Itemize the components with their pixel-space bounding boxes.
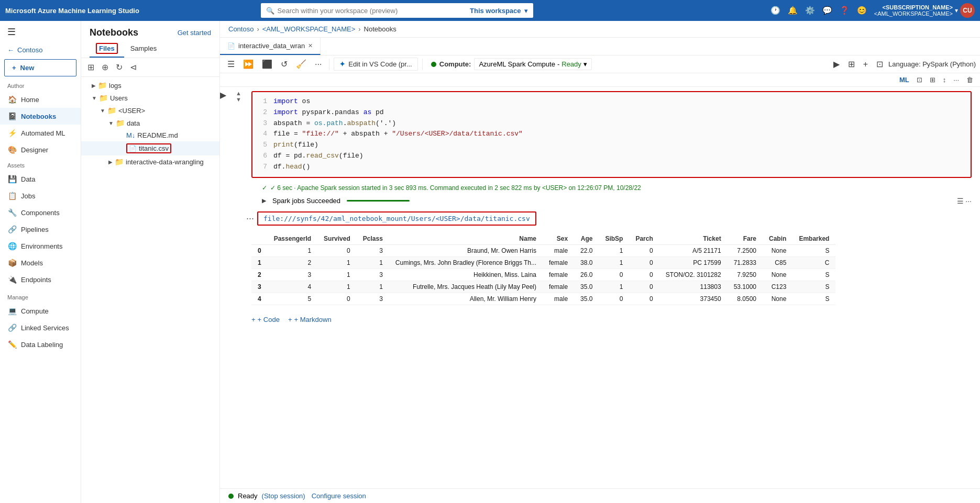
readme-icon: M↓ (126, 131, 135, 139)
cell-play-btn[interactable]: ▶ (220, 90, 226, 100)
code-cell: ▶ ▲ ▼ 1 import os (220, 87, 980, 309)
sidebar-item-environments[interactable]: 🌐 Environments (0, 238, 81, 254)
configure-session-link[interactable]: Configure session (312, 492, 366, 500)
avatar[interactable]: CU (960, 3, 975, 18)
tree-item-interactive-data[interactable]: ▶ 📁 interactive-data-wrangling (81, 155, 219, 168)
logs-chevron: ▶ (92, 83, 96, 88)
get-started-link[interactable]: Get started (178, 29, 211, 37)
toolbar-restart-btn[interactable]: ↺ (278, 58, 291, 71)
toolbar-menu-btn[interactable]: ☰ (224, 58, 238, 71)
emoji-icon[interactable]: 😊 (857, 6, 867, 15)
sidebar-item-automated-ml[interactable]: ⚡ Automated ML (0, 125, 81, 141)
cell-action-1[interactable]: ⊡ (914, 75, 925, 85)
down-arrow[interactable]: ▼ (236, 96, 241, 103)
interactive-label: interactive-data-wrangling (126, 158, 204, 166)
add-markdown-btn[interactable]: + + Markdown (288, 316, 332, 323)
th-pclass: Pclass (357, 233, 389, 245)
sidebar-item-data[interactable]: 💾 Data (0, 171, 81, 187)
cell-action-2[interactable]: ⊞ (927, 75, 938, 85)
table-cell: C85 (763, 256, 792, 269)
data-chevron: ▼ (108, 120, 114, 126)
sidebar-item-notebooks[interactable]: 📓 Notebooks (0, 108, 81, 125)
edit-vscode-label: Edit in VS Code (pr... (348, 60, 412, 68)
copy-cell-btn[interactable]: ⊡ (873, 58, 886, 71)
bell-icon[interactable]: 🔔 (788, 6, 798, 15)
tree-item-titanic-csv[interactable]: 📄 titanic.csv (81, 141, 219, 155)
spark-more-btn[interactable]: ☰ ··· (957, 197, 972, 205)
table-cell: 53.1000 (728, 281, 763, 293)
collapse-btn[interactable]: ⊲ (128, 61, 139, 73)
toolbar-clear-btn[interactable]: 🧹 (293, 58, 310, 71)
upload-btn[interactable]: ⊕ (100, 61, 111, 73)
notebook-tab-interactive[interactable]: 📄 interactive_data_wran ✕ (220, 38, 321, 55)
jobs-icon: 📋 (7, 192, 17, 200)
tab-close-btn[interactable]: ✕ (308, 42, 313, 49)
workspace-dropdown-icon[interactable]: ▾ (524, 7, 528, 15)
spark-ellipsis-btn[interactable]: ··· (965, 197, 972, 205)
run-btn[interactable]: ▶ (830, 58, 843, 71)
cell-delete-btn[interactable]: 🗑 (964, 75, 976, 85)
cell-action-3[interactable]: ↕ (940, 75, 949, 85)
toolbar-sep-2 (422, 59, 423, 70)
code-text-2: import pyspark.pandas as pd (273, 107, 384, 118)
up-arrow[interactable]: ▲ (236, 90, 241, 96)
table-cell: 5 (268, 293, 317, 305)
search-input[interactable] (278, 7, 467, 15)
sidebar-contoso[interactable]: ← Contoso (0, 43, 81, 57)
toolbar-run-all-btn[interactable]: ⏩ (240, 58, 257, 71)
breadcrumb-workspace[interactable]: <AML_WORKSPACE_NAME> (262, 25, 355, 33)
sidebar-item-jobs[interactable]: 📋 Jobs (0, 187, 81, 204)
sidebar-item-pipelines[interactable]: 🔗 Pipelines (0, 221, 81, 238)
toolbar-stop-btn[interactable]: ⬛ (259, 58, 276, 71)
add-cell-above-btn[interactable]: + (860, 58, 871, 71)
status-ready-label: Ready (238, 492, 258, 500)
table-cell: 1 (317, 269, 357, 281)
add-code-btn[interactable]: + + Code (251, 316, 280, 323)
new-folder-btn[interactable]: ⊞ (85, 61, 96, 73)
sidebar-item-linked-services[interactable]: 🔗 Linked Services (0, 319, 81, 336)
table-cell: 7.9250 (728, 269, 763, 281)
table-cell: 0 (599, 269, 629, 281)
sidebar-item-designer[interactable]: 🎨 Designer (0, 141, 81, 158)
sidebar-item-endpoints[interactable]: 🔌 Endpoints (0, 271, 81, 288)
tree-item-logs[interactable]: ▶ 📁 logs (81, 79, 219, 92)
tree-item-readme[interactable]: M↓ README.md (81, 129, 219, 141)
toolbar-more-btn[interactable]: ··· (312, 58, 325, 71)
account-info[interactable]: <SUBSCRIPTION_NAME> <AML_WORKSPACE_NAME>… (874, 3, 975, 18)
spark-chevron-icon[interactable]: ▶ (262, 197, 266, 204)
data-icon: 💾 (7, 175, 17, 183)
breadcrumb-contoso[interactable]: Contoso (228, 25, 254, 33)
settings-icon[interactable]: ⚙️ (805, 6, 815, 15)
stop-session-link[interactable]: (Stop session) (262, 492, 305, 500)
spark-list-btn[interactable]: ☰ (957, 197, 964, 205)
refresh-btn[interactable]: ↻ (114, 61, 125, 73)
table-cell: S (792, 269, 835, 281)
sidebar-item-home[interactable]: 🏠 Home (0, 91, 81, 108)
compute-dropdown[interactable]: AzureML Spark Compute - Ready ▾ (474, 58, 591, 70)
cell-more-dots[interactable]: ··· (246, 213, 254, 224)
sidebar-item-compute[interactable]: 💻 Compute (0, 303, 81, 319)
feedback-icon[interactable]: 💬 (822, 6, 832, 15)
tree-item-users[interactable]: ▼ 📁 Users (81, 92, 219, 104)
new-button[interactable]: + New (4, 59, 76, 76)
sidebar-item-models[interactable]: 📦 Models (0, 254, 81, 271)
clock-icon[interactable]: 🕐 (770, 6, 780, 15)
ml-btn[interactable]: ML (897, 75, 912, 85)
cell-action-more[interactable]: ··· (951, 75, 962, 85)
breadcrumb: Contoso › <AML_WORKSPACE_NAME> › Noteboo… (220, 21, 980, 38)
add-cell-below-btn[interactable]: ⊞ (845, 58, 858, 71)
hamburger-menu[interactable]: ☰ (0, 21, 81, 43)
help-icon[interactable]: ❓ (840, 6, 850, 15)
account-dropdown-icon[interactable]: ▾ (955, 7, 958, 14)
tree-item-data[interactable]: ▼ 📁 data (81, 117, 219, 129)
tab-files[interactable]: Files (90, 40, 124, 58)
sidebar-item-data-labeling[interactable]: ✏️ Data Labeling (0, 336, 81, 353)
tree-item-user[interactable]: ▼ 📁 <USER> (81, 104, 219, 117)
code-cell-box[interactable]: 1 import os 2 import pyspark.pandas as p… (251, 91, 972, 178)
vscode-icon: ✦ (339, 60, 345, 68)
search-bar[interactable]: 🔍 This workspace ▾ (261, 3, 533, 18)
sidebar-item-components[interactable]: 🔧 Components (0, 204, 81, 221)
tab-samples[interactable]: Samples (124, 40, 163, 58)
edit-vscode-btn[interactable]: ✦ Edit in VS Code (pr... (334, 58, 417, 71)
this-workspace-label[interactable]: This workspace (470, 7, 521, 15)
